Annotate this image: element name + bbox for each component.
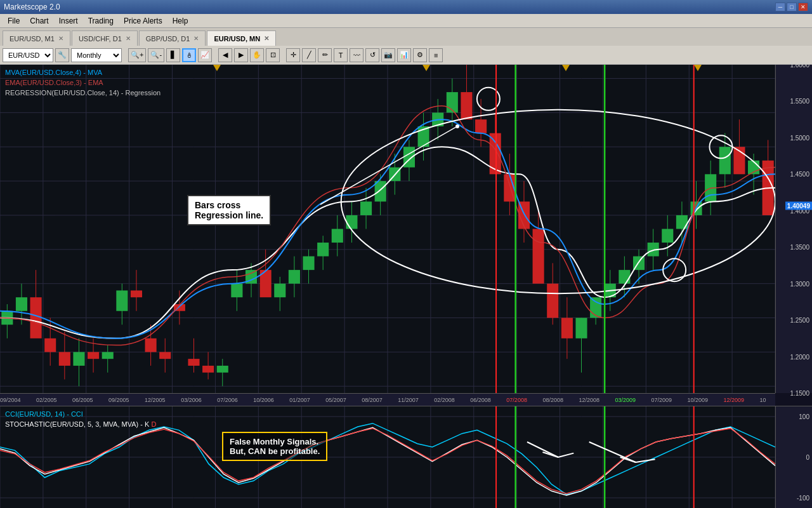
tabbar: EUR/USD, M1✕ USD/CHF, D1✕ GBP/USD, D1✕ E…: [0, 28, 812, 46]
main-container: MVA(EUR/USD.Close,4) - MVA EMA(EUR/USD.C…: [0, 65, 812, 508]
indicator-legend: CCI(EUR/USD, 14) - CCI STOCHASTIC(EUR/US…: [5, 409, 156, 429]
annotation-false-signals: False Monthly Signals. But, CAN be profi…: [222, 432, 327, 461]
toolbar-pan[interactable]: ✋: [250, 48, 264, 62]
time-axis: 09/200402/200506/200509/200512/200503/20…: [0, 393, 775, 406]
window-controls[interactable]: ─ □ ✕: [775, 3, 808, 11]
toolbar-candle[interactable]: 🕯: [182, 48, 196, 62]
menu-insert[interactable]: Insert: [54, 15, 83, 27]
price-scale: 1.60001.55001.50001.45001.40001.35001.30…: [775, 65, 812, 393]
toolbar-draw[interactable]: ✏: [318, 48, 332, 62]
toolbar-settings[interactable]: ⚙: [413, 48, 427, 62]
menubar: File Chart Insert Trading Price Alerts H…: [0, 14, 812, 28]
close-button[interactable]: ✕: [798, 3, 808, 11]
titlebar: Marketscope 2.0 ─ □ ✕: [0, 0, 812, 14]
app-title: Marketscope 2.0: [4, 3, 775, 11]
chart-legend: MVA(EUR/USD.Close,4) - MVA EMA(EUR/USD.C…: [5, 67, 160, 98]
legend-mva: MVA(EUR/USD.Close,4) - MVA: [5, 67, 160, 77]
toolbar-scroll-left[interactable]: ◀: [218, 48, 232, 62]
menu-trading[interactable]: Trading: [83, 15, 119, 27]
toolbar-zoom-out[interactable]: 🔍-: [148, 48, 164, 62]
toolbar-line[interactable]: ╱: [302, 48, 316, 62]
chart-area[interactable]: MVA(EUR/USD.Close,4) - MVA EMA(EUR/USD.C…: [0, 65, 812, 406]
tab-usdchf-d1[interactable]: USD/CHF, D1✕: [72, 30, 138, 46]
toolbar-bar-chart[interactable]: ▋: [166, 48, 180, 62]
menu-help[interactable]: Help: [167, 15, 193, 27]
toolbar-text[interactable]: T: [334, 48, 348, 62]
toolbar-screenshot[interactable]: 📷: [381, 48, 395, 62]
legend-cci: CCI(EUR/USD, 14) - CCI: [5, 409, 156, 419]
annotation-bars-cross: Bars cross Regression line.: [187, 195, 271, 225]
tab-gbpusd-d1[interactable]: GBP/USD, D1✕: [139, 30, 206, 46]
legend-stochastic: STOCHASTIC(EUR/USD, 5, 3, MVA, MVA) - K …: [5, 419, 156, 429]
toolbar-indicators[interactable]: 📊: [397, 48, 411, 62]
menu-file[interactable]: File: [3, 15, 25, 27]
toolbar-refresh[interactable]: ↺: [365, 48, 379, 62]
toolbar-zoom-box[interactable]: ⊡: [266, 48, 280, 62]
menu-chart[interactable]: Chart: [25, 15, 53, 27]
chart-canvas: [0, 65, 775, 393]
minimize-button[interactable]: ─: [775, 3, 785, 11]
toolbar-crosshair[interactable]: ✛: [286, 48, 300, 62]
legend-regression: REGRESSION(EUR/USD.Close, 14) - Regressi…: [5, 88, 160, 98]
toolbar-line-chart[interactable]: 📈: [198, 48, 212, 62]
toolbar-scroll-right[interactable]: ▶: [234, 48, 248, 62]
toolbar-zoom-in[interactable]: 🔍+: [128, 48, 146, 62]
toolbar-fibonacci[interactable]: 〰: [350, 48, 363, 62]
tab-eurusd-mn[interactable]: EUR/USD, MN✕: [207, 30, 276, 46]
pair-select[interactable]: EUR/USD GBP/USD USD/CHF: [3, 48, 53, 62]
legend-ema: EMA(EUR/USD.Close,3) - EMA: [5, 77, 160, 88]
maximize-button[interactable]: □: [787, 3, 797, 11]
timeframe-select[interactable]: Monthly Weekly Daily H4 H1 M30 M15 M5 M1: [71, 48, 122, 62]
toolbar-btn-1[interactable]: 🔧: [55, 48, 69, 62]
indicator-area[interactable]: CCI(EUR/USD, 14) - CCI STOCHASTIC(EUR/US…: [0, 406, 812, 508]
tab-eurusd-m1[interactable]: EUR/USD, M1✕: [3, 30, 70, 46]
toolbar: EUR/USD GBP/USD USD/CHF 🔧 Monthly Weekly…: [0, 46, 812, 65]
toolbar-more[interactable]: ≡: [429, 48, 443, 62]
indicator-price-scale: 1000-100: [775, 406, 812, 508]
menu-price-alerts[interactable]: Price Alerts: [119, 15, 167, 27]
